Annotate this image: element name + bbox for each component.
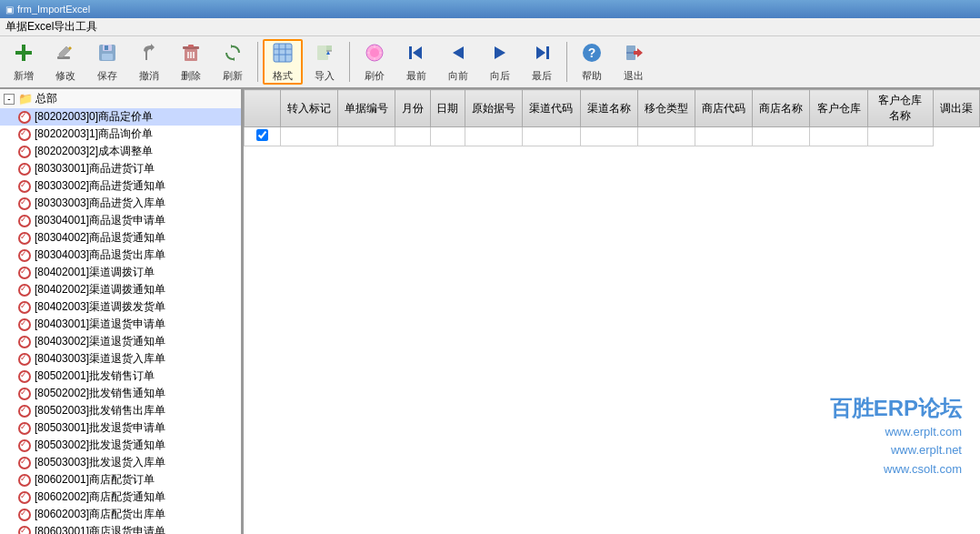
grid-area[interactable]: 转入标记单据编号月份日期原始据号渠道代码渠道名称移仓类型商店代码商店名称客户仓库… <box>244 89 980 534</box>
tree-panel[interactable]: - 📁 总部 [80202003]0]商品定价单 [80202003]1]商品询… <box>0 89 244 534</box>
title-text: frm_ImportExcel <box>17 4 90 15</box>
tree-item-label: [80304001]商品退货申请单 <box>35 213 165 228</box>
toolbar-btn-first[interactable]: 最前 <box>396 39 436 85</box>
tree-item-icon <box>18 249 31 262</box>
toolbar-btn-format[interactable]: 格式 <box>263 39 303 85</box>
col-header-5: 渠道代码 <box>523 90 580 127</box>
tree-item[interactable]: [80602003]商店配货出库单 <box>0 506 241 523</box>
toolbar-btn-prev[interactable]: 向前 <box>438 39 478 85</box>
tree-item-icon <box>18 405 31 418</box>
toolbar-icon-refresh <box>222 42 244 67</box>
tree-item-label: [80303001]商品进货订单 <box>35 161 155 176</box>
tree-item[interactable]: [80303002]商品进货通知单 <box>0 177 241 195</box>
toolbar-label-price: 刷价 <box>365 69 385 83</box>
tree-item-label: [80303002]商品进货通知单 <box>35 178 165 194</box>
toolbar-btn-delete[interactable]: 删除 <box>171 39 211 85</box>
svg-rect-5 <box>102 54 113 60</box>
toolbar-btn-refresh[interactable]: 刷新 <box>213 39 253 85</box>
tree-item-icon <box>18 146 31 158</box>
tree-item[interactable]: [80502001]批发销售订单 <box>0 368 241 385</box>
toolbar-btn-cancel[interactable]: 撤消 <box>129 39 169 85</box>
tree-item-icon <box>18 128 31 141</box>
tree-item-icon <box>18 491 31 504</box>
tree-item[interactable]: [80202003]0]商品定价单 <box>0 108 241 126</box>
toolbar-icon-prev <box>447 42 469 67</box>
col-header-1: 单据编号 <box>338 90 395 127</box>
toolbar-label-help: 帮助 <box>582 69 602 83</box>
collapse-icon[interactable]: - <box>4 94 15 105</box>
tree-item[interactable]: [80403002]渠道退货通知单 <box>0 333 241 350</box>
tree-root[interactable]: - 📁 总部 <box>0 89 241 108</box>
grid-thead: 转入标记单据编号月份日期原始据号渠道代码渠道名称移仓类型商店代码商店名称客户仓库… <box>245 90 980 127</box>
svg-marker-33 <box>637 48 643 57</box>
col-header-0: 转入标记 <box>281 90 338 127</box>
toolbar-label-last: 最后 <box>532 69 552 83</box>
toolbar-label-modify: 修改 <box>55 69 75 83</box>
tree-item[interactable]: [80202003]1]商品询价单 <box>0 126 241 143</box>
toolbar-btn-modify[interactable]: 修改 <box>45 39 85 85</box>
checkbox-cell[interactable] <box>245 127 281 146</box>
toolbar-icon-next <box>489 42 511 67</box>
tree-item[interactable]: [80402002]渠道调拨通知单 <box>0 281 241 298</box>
col-header-10: 客户仓库 <box>810 90 867 127</box>
menu-label: 单据Excel导出工具 <box>5 19 97 35</box>
toolbar-icon-add <box>13 42 35 67</box>
tree-item[interactable]: [80503002]批发退货通知单 <box>0 437 241 454</box>
cell-cust-wh <box>753 127 810 146</box>
toolbar-icon-first <box>405 42 427 67</box>
folder-icon: 📁 <box>18 92 33 106</box>
tree-item[interactable]: [80603001]商店退货申请单 <box>0 523 241 534</box>
tree-item-icon <box>18 422 31 435</box>
main-content: - 📁 总部 [80202003]0]商品定价单 [80202003]1]商品询… <box>0 89 980 534</box>
toolbar-btn-price[interactable]: 刷价 <box>355 39 395 85</box>
toolbar-btn-next[interactable]: 向后 <box>480 39 520 85</box>
tree-item[interactable]: [80503001]批发退货申请单 <box>0 419 241 437</box>
tree-item[interactable]: [80403001]渠道退货申请单 <box>0 316 241 333</box>
tree-item-label: [80603001]商店退货申请单 <box>35 524 165 534</box>
toolbar-btn-add[interactable]: 新增 <box>4 39 44 85</box>
tree-item[interactable]: [80502003]批发销售出库单 <box>0 402 241 419</box>
tree-item-label: [80502002]批发销售通知单 <box>35 386 165 401</box>
svg-marker-24 <box>413 46 422 59</box>
toolbar-btn-last[interactable]: 最后 <box>522 39 562 85</box>
cell-move-type <box>580 127 637 146</box>
toolbar-icon-modify <box>55 42 76 67</box>
toolbar-label-next: 向后 <box>490 69 510 83</box>
col-header-9: 商店名称 <box>753 90 810 127</box>
cell-orig-num <box>430 127 465 146</box>
tree-item[interactable]: [80303003]商品进货入库单 <box>0 195 241 212</box>
toolbar-btn-help[interactable]: ? 帮助 <box>572 39 612 85</box>
tree-item[interactable]: [80403003]渠道退货入库单 <box>0 350 241 368</box>
tree-item[interactable]: [80303001]商品进货订单 <box>0 160 241 177</box>
row-checkbox[interactable] <box>256 129 268 141</box>
tree-item-icon <box>18 474 31 487</box>
tree-item[interactable]: [80402003]渠道调拨发货单 <box>0 298 241 316</box>
toolbar-sep-1 <box>257 42 258 82</box>
tree-item-label: [80503002]批发退货通知单 <box>35 438 165 453</box>
tree-item[interactable]: [80602002]商店配货通知单 <box>0 489 241 506</box>
toolbar-btn-quit[interactable]: 退出 <box>614 39 654 85</box>
svg-rect-9 <box>188 45 194 47</box>
tree-item[interactable]: [80304002]商品退货通知单 <box>0 229 241 247</box>
tree-item[interactable]: [80304001]商品退货申请单 <box>0 212 241 229</box>
tree-item-icon <box>18 370 31 383</box>
tree-item[interactable]: [80602001]商店配货订单 <box>0 471 241 489</box>
tree-item[interactable]: [80402001]渠道调拨订单 <box>0 264 241 281</box>
table-row <box>245 127 980 146</box>
toolbar-btn-export[interactable]: 导入 <box>305 39 345 85</box>
toolbar-label-refresh: 刷新 <box>223 69 243 83</box>
tree-item-label: [80402003]渠道调拨发货单 <box>35 299 165 315</box>
grid-header-row: 转入标记单据编号月份日期原始据号渠道代码渠道名称移仓类型商店代码商店名称客户仓库… <box>245 90 980 127</box>
col-header-3: 日期 <box>430 90 465 127</box>
tree-item-icon <box>18 215 31 227</box>
tree-item[interactable]: [80304003]商品退货出库单 <box>0 247 241 264</box>
title-icon: ▣ <box>5 5 14 15</box>
toolbar-btn-save[interactable]: 保存 <box>87 39 127 85</box>
tree-item-icon <box>18 197 31 210</box>
svg-text:?: ? <box>588 45 596 60</box>
tree-item[interactable]: [80503003]批发退货入库单 <box>0 454 241 471</box>
tree-item[interactable]: [80202003]2]成本调整单 <box>0 143 241 160</box>
tree-items-container: [80202003]0]商品定价单 [80202003]1]商品询价单 [802… <box>0 108 241 534</box>
tree-item-label: [80402001]渠道调拨订单 <box>35 265 155 280</box>
tree-item[interactable]: [80502002]批发销售通知单 <box>0 385 241 402</box>
